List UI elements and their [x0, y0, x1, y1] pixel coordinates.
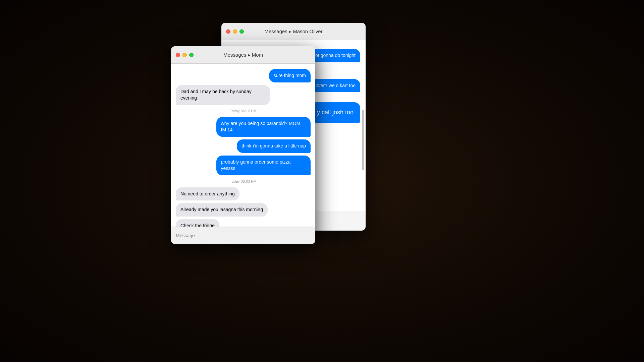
mom-traffic-lights [176, 53, 194, 57]
message-input-area[interactable] [171, 227, 315, 244]
timestamp: Today 06:12 PM [176, 109, 311, 113]
scrollbar-thumb[interactable] [362, 110, 364, 170]
mom-window-title: Messages ▸ Mom [223, 52, 263, 58]
timestamp: Today 08:03 PM [176, 179, 311, 183]
message-input[interactable] [176, 233, 311, 238]
list-item: y call josh too [310, 102, 360, 123]
mason-oliver-titlebar: Messages ▸ Mason Oliver [221, 23, 366, 40]
mom-titlebar: Messages ▸ Mom [171, 46, 315, 64]
mason-close-button[interactable] [226, 29, 230, 34]
list-item: why are you being so paranoid? MOM IM 14 [216, 117, 311, 137]
mom-close-button[interactable] [176, 53, 180, 57]
list-item: No need to order anything [176, 187, 239, 201]
mom-chat-area: sure thing mom Dad and I may be back by … [171, 64, 315, 227]
list-item: Check the fridge [176, 219, 219, 227]
scrollbar-track [362, 110, 364, 231]
scrollbar[interactable] [362, 43, 364, 210]
list-item: probably gonna order some pizza yessss [216, 156, 311, 175]
list-item: Already made you lasagna this morning [176, 203, 268, 217]
list-item: sure thing mom [269, 69, 311, 82]
list-item: Dad and I may be back by sunday evening [176, 85, 270, 105]
mom-minimize-button[interactable] [182, 53, 187, 57]
mom-window: Messages ▸ Mom sure thing mom Dad and I … [171, 46, 315, 244]
mason-window-title: Messages ▸ Mason Oliver [264, 28, 322, 35]
mom-maximize-button[interactable] [189, 53, 194, 57]
list-item: think i'm gonna take a little nap [237, 139, 311, 153]
mason-maximize-button[interactable] [239, 29, 244, 34]
mason-minimize-button[interactable] [233, 29, 237, 34]
mason-traffic-lights [226, 29, 244, 34]
